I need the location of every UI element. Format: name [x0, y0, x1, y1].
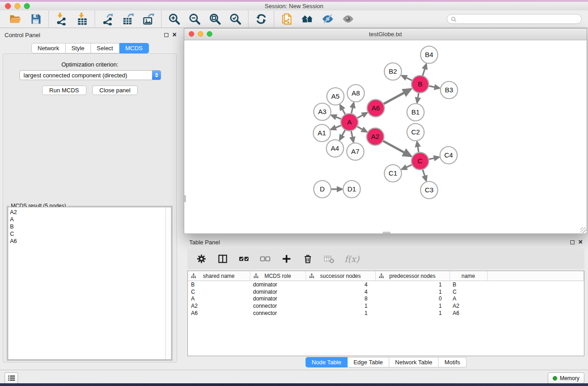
- graph-edge-C-C4[interactable]: [429, 158, 434, 160]
- float-panel-icon[interactable]: [164, 33, 168, 37]
- table-cell[interactable]: B: [449, 281, 487, 288]
- table-cell[interactable]: B: [188, 281, 250, 288]
- export-network-icon[interactable]: [101, 12, 115, 26]
- result-item[interactable]: A2: [10, 209, 171, 216]
- close-window-button[interactable]: [5, 3, 11, 9]
- graph-edge-A-A3[interactable]: [336, 117, 341, 119]
- tab-mcds[interactable]: MCDS: [120, 43, 149, 53]
- graph-node-D[interactable]: D: [314, 181, 331, 198]
- result-item[interactable]: A6: [10, 238, 171, 245]
- graph-edge-B-B3[interactable]: [429, 86, 435, 87]
- table-cell[interactable]: connector: [250, 310, 306, 317]
- graph-node-A8[interactable]: A8: [347, 85, 364, 102]
- graph-edge-B-B1[interactable]: [418, 93, 419, 98]
- table-cell[interactable]: A6: [449, 310, 487, 317]
- zoom-fit-icon[interactable]: [208, 12, 222, 26]
- graph-edge-C-C2[interactable]: [418, 147, 419, 152]
- zoom-window-button[interactable]: [24, 3, 30, 9]
- table-cell[interactable]: 1: [375, 281, 449, 288]
- table-cell[interactable]: A2: [449, 302, 487, 310]
- first-neighbors-icon[interactable]: [301, 12, 314, 26]
- result-item[interactable]: C: [10, 230, 171, 238]
- graph-edge-A-A5[interactable]: [343, 110, 345, 115]
- hide-selected-icon[interactable]: [321, 12, 335, 26]
- window-resize-grip[interactable]: [580, 227, 586, 233]
- tab-motifs[interactable]: Motifs: [439, 357, 467, 367]
- graph-node-A6[interactable]: A6: [367, 100, 384, 117]
- show-columns-icon[interactable]: [217, 253, 229, 265]
- run-mcds-button[interactable]: Run MCDS: [42, 86, 86, 95]
- graph-edge-A-A1[interactable]: [335, 125, 341, 128]
- graph-edge-C-C3[interactable]: [423, 169, 425, 176]
- graph-edge-A-A6[interactable]: [357, 115, 363, 118]
- table-cell[interactable]: A: [188, 295, 250, 303]
- apply-layout-icon[interactable]: [254, 12, 268, 26]
- tab-node-table[interactable]: Node Table: [305, 357, 348, 367]
- tab-edge-table[interactable]: Edge Table: [348, 357, 389, 367]
- graph-edge-A-A7[interactable]: [351, 131, 353, 137]
- network-minimize-button[interactable]: [198, 31, 203, 37]
- minimize-window-button[interactable]: [14, 3, 20, 9]
- select-all-rows-icon[interactable]: [238, 253, 250, 265]
- table-cell[interactable]: 1: [375, 310, 449, 317]
- graph-node-A5[interactable]: A5: [327, 88, 344, 105]
- new-network-from-selection-icon[interactable]: [280, 12, 294, 26]
- table-cell[interactable]: 4: [306, 281, 375, 288]
- zoom-out-icon[interactable]: [188, 12, 201, 26]
- table-row[interactable]: Bdominator41B: [188, 281, 584, 288]
- column-header-name[interactable]: name: [449, 271, 487, 281]
- show-all-icon[interactable]: [341, 12, 355, 26]
- graph-node-A1[interactable]: A1: [313, 124, 330, 142]
- mcds-result-list[interactable]: A2ABCA6: [8, 207, 172, 360]
- table-cell[interactable]: A2: [188, 302, 250, 310]
- table-row[interactable]: Cdominator41C: [188, 288, 584, 295]
- table-cell[interactable]: dominator: [250, 295, 306, 303]
- close-panel-icon[interactable]: ×: [172, 32, 177, 38]
- column-header-mcds-role[interactable]: MCDS role: [250, 271, 306, 281]
- result-item[interactable]: A: [10, 216, 171, 223]
- deselect-all-rows-icon[interactable]: [259, 253, 271, 265]
- graph-node-A4[interactable]: A4: [326, 140, 344, 157]
- delete-table-icon[interactable]: [323, 253, 335, 265]
- graph-node-B[interactable]: B: [411, 76, 429, 93]
- graph-node-B4[interactable]: B4: [421, 46, 438, 63]
- graph-node-A7[interactable]: A7: [347, 143, 364, 160]
- table-cell[interactable]: 4: [306, 288, 375, 295]
- delete-columns-icon[interactable]: [302, 253, 314, 265]
- network-horizontal-scrollbar[interactable]: [382, 232, 391, 234]
- tab-network-table[interactable]: Network Table: [389, 357, 439, 367]
- graph-node-A3[interactable]: A3: [314, 103, 331, 120]
- network-zoom-button[interactable]: [207, 31, 212, 37]
- memory-button[interactable]: Memory: [548, 372, 584, 384]
- graph-edge-B-B4[interactable]: [423, 69, 425, 76]
- graph-node-D1[interactable]: D1: [343, 181, 360, 198]
- zoom-in-icon[interactable]: [167, 12, 181, 26]
- graph-node-A2[interactable]: A2: [367, 128, 384, 145]
- graph-node-C2[interactable]: C2: [407, 124, 424, 141]
- float-table-panel-icon[interactable]: [570, 240, 574, 244]
- table-cell[interactable]: 0: [375, 295, 449, 303]
- tab-style[interactable]: Style: [66, 43, 91, 53]
- network-canvas[interactable]: B4B2BB3A8A5A6A3B1AC2A1A2A4A7C4CC1C3DD1: [184, 40, 587, 234]
- criterion-dropdown[interactable]: largest connected component (directed): [19, 70, 161, 80]
- zoom-selected-icon[interactable]: [229, 12, 242, 26]
- graph-node-B1[interactable]: B1: [407, 104, 424, 121]
- table-cell[interactable]: dominator: [250, 281, 306, 288]
- table-cell[interactable]: A6: [188, 310, 250, 317]
- table-cell[interactable]: 1: [375, 288, 449, 295]
- table-row[interactable]: A2connector11A2: [188, 302, 584, 310]
- table-cell[interactable]: connector: [250, 302, 306, 310]
- graph-node-C4[interactable]: C4: [440, 147, 457, 164]
- import-network-icon[interactable]: [55, 12, 68, 26]
- table-cell[interactable]: 1: [306, 302, 375, 310]
- tab-select[interactable]: Select: [91, 43, 120, 53]
- table-cell[interactable]: C: [188, 288, 250, 295]
- close-table-panel-icon[interactable]: ×: [578, 239, 583, 245]
- table-cell[interactable]: A: [449, 295, 487, 303]
- graph-node-B3[interactable]: B3: [440, 81, 458, 99]
- network-vertical-scrollbar[interactable]: [184, 195, 186, 202]
- result-list-scrollbar[interactable]: [165, 207, 171, 359]
- function-builder-icon[interactable]: f(x): [344, 254, 359, 264]
- open-session-icon[interactable]: [9, 12, 22, 26]
- graph-edge-C-C1[interactable]: [406, 165, 412, 167]
